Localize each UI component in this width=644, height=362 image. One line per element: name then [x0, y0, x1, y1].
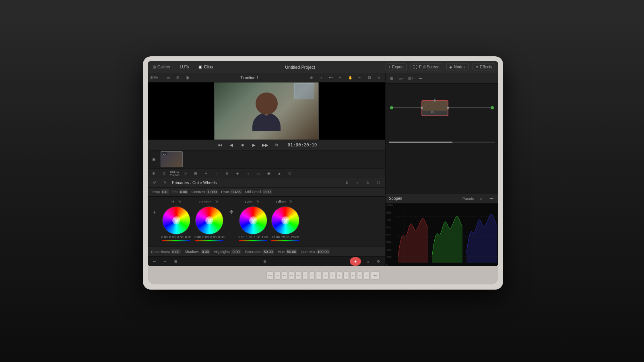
key-esc[interactable]: esc — [266, 272, 274, 280]
add-serial-icon[interactable]: ▭+ — [398, 75, 405, 82]
nodes-more-icon[interactable]: ••• — [417, 75, 424, 82]
key-9[interactable]: 9 — [357, 272, 363, 280]
audio-icon[interactable]: ♪ — [318, 74, 325, 81]
gamma-reset-icon[interactable]: ↻ — [213, 198, 220, 206]
gain-reset-icon[interactable]: ↻ — [254, 198, 261, 206]
hue-curves-icon[interactable]: ⊞ — [192, 170, 199, 177]
luts-menu-item[interactable]: LUTs — [178, 64, 191, 70]
key-f2[interactable]: F2 — [282, 272, 287, 280]
key-2[interactable]: 2 — [309, 272, 315, 280]
color-page-button[interactable]: ✦ — [350, 257, 361, 266]
export-button[interactable]: ↑ Export — [386, 64, 407, 70]
gain-slider[interactable] — [239, 240, 267, 241]
play-button[interactable]: ▶ — [250, 141, 258, 149]
scopes-more-icon[interactable]: ••• — [488, 195, 495, 202]
offset-reset-icon[interactable]: ↻ — [287, 198, 295, 206]
offset-color-wheel[interactable] — [271, 206, 299, 234]
undo-button[interactable]: ↩ — [151, 258, 158, 265]
fullscreen-button[interactable]: ⛶ Full Screen — [411, 64, 442, 70]
delete-button[interactable]: 🗑 — [172, 258, 179, 265]
ripple-icon[interactable]: ≋ — [376, 74, 383, 81]
home-button[interactable]: ⌂ — [364, 258, 372, 265]
reset-icon[interactable]: ↺ — [151, 179, 158, 186]
blur-icon[interactable]: ◈ — [234, 170, 241, 177]
go-to-start-button[interactable]: ⏮ — [216, 141, 224, 149]
pickup-icon[interactable]: ✎ — [161, 179, 169, 186]
more-icon[interactable]: ••• — [327, 74, 334, 81]
lift-slider[interactable] — [162, 240, 190, 241]
settings-button[interactable]: ⚙ — [375, 258, 382, 265]
key-5[interactable]: 5 — [330, 272, 335, 280]
key-f1[interactable]: F1 — [275, 272, 281, 280]
target-icon[interactable]: ⊕ — [308, 74, 315, 81]
gamma-slider[interactable] — [195, 240, 223, 241]
key-3[interactable]: 3 — [316, 272, 322, 280]
key-6[interactable]: 6 — [336, 272, 342, 280]
add-node-icon[interactable]: + — [151, 208, 158, 216]
tracker-icon[interactable]: ⊕ — [223, 170, 231, 177]
fit-view-icon[interactable]: ⊞ — [388, 75, 395, 82]
cursor-icon[interactable]: ↖ — [337, 74, 344, 81]
stop-button[interactable]: ■ — [239, 141, 247, 149]
key-8[interactable]: 8 — [350, 272, 356, 280]
lut-icon[interactable]: ⊙ — [161, 170, 168, 177]
gain-color-wheel[interactable] — [239, 206, 267, 234]
temp-value[interactable]: 0.0 — [161, 189, 169, 194]
tint-value[interactable]: 0.00 — [179, 189, 188, 194]
color-boost-value[interactable]: 0.00 — [171, 249, 181, 254]
clip-thumbnail[interactable]: 01 — [161, 151, 183, 167]
nodes-button[interactable]: ◈ Nodes — [446, 64, 469, 70]
hue-value[interactable]: 50.00 — [286, 249, 297, 254]
add-parallel-icon[interactable]: ⊟+ — [407, 75, 415, 82]
fit-icon[interactable]: ▭ — [165, 74, 172, 81]
node-scrubber[interactable] — [389, 142, 495, 143]
data-icon[interactable]: ▲ — [276, 170, 283, 177]
zoom-wf-icon[interactable]: ⊙ — [364, 179, 372, 186]
next-frame-button[interactable]: ▶▶ — [261, 141, 269, 149]
key-0[interactable]: 0 — [364, 272, 369, 280]
resize-icon[interactable]: ▭ — [255, 170, 262, 177]
layers-icon[interactable]: ⊟ — [366, 74, 373, 81]
key-delete[interactable]: del — [371, 272, 380, 280]
fx-icon[interactable]: ⬡ — [286, 170, 293, 177]
razor-icon[interactable]: ✂ — [356, 74, 363, 81]
gain-plus-icon[interactable]: ✤ — [228, 208, 235, 216]
key-7[interactable]: 7 — [343, 272, 349, 280]
gamma-color-wheel[interactable] — [195, 206, 223, 234]
highlights-value[interactable]: 0.00 — [231, 249, 241, 254]
contrast-value[interactable]: 1.000 — [206, 189, 218, 194]
effects-button[interactable]: ✦ Effects — [473, 64, 495, 70]
power-windows-icon[interactable]: ○ — [213, 170, 220, 177]
key-f4[interactable]: F4 — [295, 272, 301, 280]
gallery-menu-item[interactable]: ⊞ Gallery — [151, 64, 172, 70]
key-icon[interactable]: ⬦ — [244, 170, 252, 177]
scopes-settings-icon[interactable]: ≡ — [477, 195, 485, 202]
key-1[interactable]: 1 — [302, 272, 308, 280]
qualifier-icon[interactable]: ✦ — [202, 170, 210, 177]
key-4[interactable]: 4 — [323, 272, 328, 280]
mid-detail-value[interactable]: 0.00 — [262, 189, 272, 194]
viewer-icon[interactable]: 🖥 — [261, 258, 268, 265]
pivot-value[interactable]: 0.435 — [230, 189, 242, 194]
curves-icon[interactable]: ◇ — [182, 170, 189, 177]
parade-label[interactable]: Parade — [462, 197, 474, 201]
color-page-icon[interactable]: ⊕ — [150, 170, 157, 177]
dolby-vision-icon[interactable]: DOLBY VISION — [171, 170, 178, 177]
panel-more-icon[interactable]: ⬡ — [375, 179, 382, 186]
loop-button[interactable]: ↻ — [272, 141, 281, 149]
lift-reset-icon[interactable]: ↻ — [176, 198, 183, 206]
offset-slider[interactable] — [271, 240, 299, 241]
key-f3[interactable]: F3 — [289, 272, 294, 280]
3d-icon[interactable]: ◉ — [265, 170, 272, 177]
target-small-icon[interactable]: ⊕ — [343, 179, 351, 186]
redo-button[interactable]: ↪ — [161, 258, 169, 265]
lift-color-wheel[interactable] — [162, 206, 190, 234]
shadows-value[interactable]: 0.00 — [201, 249, 211, 254]
saturation-value[interactable]: 50.00 — [262, 249, 274, 254]
bars-icon[interactable]: ≡ — [354, 179, 361, 186]
toggle-icon[interactable]: ▣ — [184, 74, 191, 81]
lum-mix-value[interactable]: 100.00 — [316, 249, 330, 254]
prev-frame-button[interactable]: ◀ — [227, 141, 235, 149]
hand-icon[interactable]: ✋ — [347, 74, 354, 81]
grid-icon[interactable]: ⊞ — [174, 74, 182, 81]
